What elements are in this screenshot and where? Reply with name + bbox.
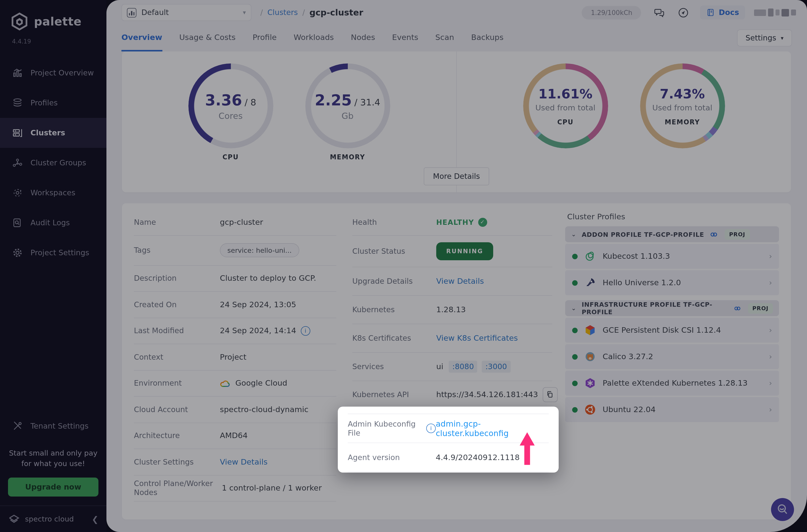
admin-kubeconfig-row: Admin Kubeconfig File i admin.gcp-cluste… <box>348 414 549 443</box>
kubeconfig-label: Admin Kubeconfig File <box>348 419 422 437</box>
info-icon[interactable]: i <box>426 424 436 433</box>
agent-version-label: Agent version <box>348 453 436 462</box>
kubeconfig-spotlight-card: Admin Kubeconfig File i admin.gcp-cluste… <box>338 406 559 473</box>
agent-version-row: Agent version 4.4.9/20240912.1118 <box>348 443 549 472</box>
tour-arrow-icon <box>520 432 535 466</box>
agent-version-value: 4.4.9/20240912.1118 <box>436 453 520 462</box>
